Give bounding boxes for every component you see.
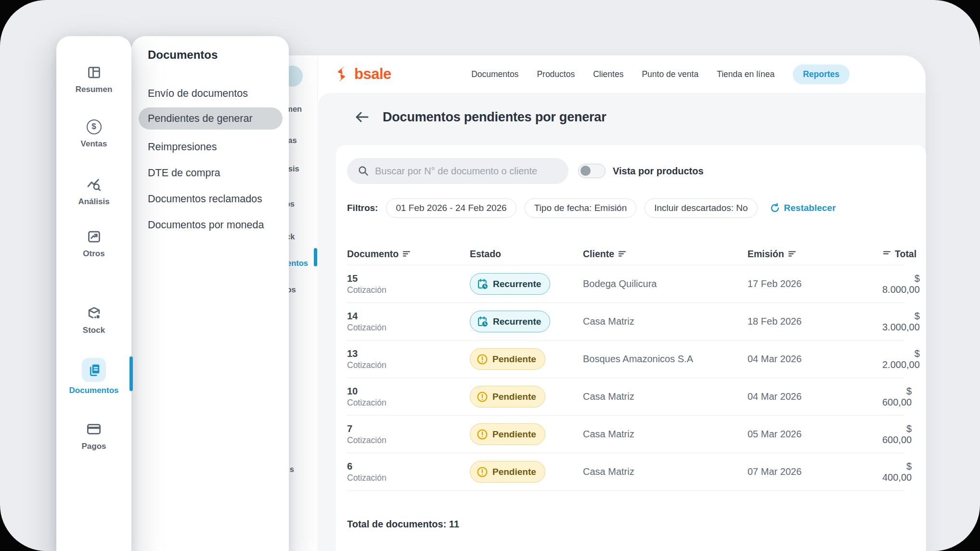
filters-row: Filtros: 01 Feb 2026 - 24 Feb 2026 Tipo … <box>336 184 926 218</box>
table-row[interactable]: 13Cotización Pendiente Bosques Amazonico… <box>347 340 904 378</box>
table-row[interactable]: 14Cotización Recurrente Casa Matriz 18 F… <box>347 302 904 340</box>
sidebar-item-stock[interactable]: Stock <box>56 304 131 335</box>
sidebar-item-pagos[interactable]: Pagos <box>56 420 131 451</box>
documentos-flyout-menu: Documentos Envío de documentos Pendiente… <box>131 36 289 551</box>
flyout-title: Documentos <box>148 48 218 62</box>
sidebar-item-label: Pagos <box>81 442 106 451</box>
page-title: Documentos pendientes por generar <box>383 110 606 125</box>
sidebar-item-ventas[interactable]: $ Ventas <box>56 118 131 149</box>
calendar-clock-icon <box>477 278 489 290</box>
bsale-logo-icon <box>333 65 350 83</box>
sort-icon <box>402 249 411 258</box>
sidebar-item-label: Ventas <box>81 139 107 149</box>
table-row[interactable]: 10Cotización Pendiente Casa Matriz 04 Ma… <box>347 378 904 415</box>
menu-item-pendientes-de-generar[interactable]: Pendientes de generar <box>148 112 253 125</box>
brand-wordmark: bsale <box>354 66 391 83</box>
bsale-logo[interactable]: bsale <box>333 65 391 83</box>
status-badge-recurrente: Recurrente <box>470 311 550 332</box>
sidebar-item-label: Documentos <box>69 386 119 395</box>
nav-links: Documentos Productos Clientes Punto de v… <box>471 65 850 84</box>
alert-circle-icon <box>477 391 488 403</box>
reset-filters-button[interactable]: Restablecer <box>770 203 836 213</box>
image-trend-icon <box>85 228 103 245</box>
nav-link-reportes-active[interactable]: Reportes <box>793 65 850 84</box>
sidebar-item-label: Otros <box>83 249 104 259</box>
search-row: Buscar por N° de documento o cliente Vis… <box>336 145 926 184</box>
status-badge-pendiente: Pendiente <box>470 386 545 407</box>
toggle-knob <box>580 166 591 176</box>
nav-link-tienda-en-linea[interactable]: Tienda en línea <box>717 69 774 79</box>
column-header-documento[interactable]: Documento <box>347 249 470 260</box>
status-badge-recurrente: Recurrente <box>470 273 550 295</box>
refresh-icon <box>770 203 780 213</box>
menu-item-dte-de-compra[interactable]: DTE de compra <box>148 167 220 179</box>
back-arrow-icon[interactable] <box>354 109 370 125</box>
column-header-emision[interactable]: Emisión <box>748 249 882 260</box>
menu-item-documentos-por-moneda[interactable]: Documentos por moneda <box>148 219 264 231</box>
sort-icon <box>882 249 891 258</box>
table-bottom-divider <box>347 490 904 491</box>
status-badge-pendiente: Pendiente <box>470 348 545 370</box>
page-title-row: Documentos pendientes por generar <box>318 93 926 125</box>
screen-background: Resumen Ventas Análisis Otros Stock Docu… <box>0 0 980 551</box>
vista-por-productos-toggle[interactable] <box>578 164 606 178</box>
documents-icon <box>82 358 106 382</box>
chart-search-icon <box>85 176 103 193</box>
sidebar-item-analisis[interactable]: Análisis <box>56 176 131 207</box>
menu-item-envio-de-documentos[interactable]: Envío de documentos <box>148 87 248 100</box>
reset-filters-label: Restablecer <box>784 203 836 213</box>
calendar-clock-icon <box>477 315 489 328</box>
status-badge-pendiente: Pendiente <box>470 423 545 445</box>
nav-link-productos[interactable]: Productos <box>537 69 575 79</box>
top-nav: bsale Documentos Productos Clientes Punt… <box>318 55 926 93</box>
active-indicator-bar <box>129 356 133 391</box>
table-header-row: Documento Estado Cliente Emi <box>347 243 904 265</box>
filter-date-range[interactable]: 01 Feb 2026 - 24 Feb 2026 <box>386 198 516 218</box>
marketing-canvas: Resumen Ventas Análisis Otros Stock Docu… <box>0 0 980 551</box>
search-input[interactable]: Buscar por N° de documento o cliente <box>347 158 568 184</box>
column-header-total[interactable]: Total <box>882 249 916 260</box>
search-placeholder: Buscar por N° de documento o cliente <box>375 166 537 177</box>
table-row[interactable]: 7Cotización Pendiente Casa Matriz 05 Mar… <box>347 415 904 453</box>
table-row[interactable]: 6Cotización Pendiente Casa Matriz 07 Mar… <box>347 453 904 490</box>
sort-icon <box>618 249 627 258</box>
sidebar-item-label: Análisis <box>78 197 109 207</box>
alert-circle-icon <box>477 429 488 440</box>
app-window: Resumen Ventas Análisis Otros Stock Docu… <box>250 55 926 551</box>
documents-table: Documento Estado Cliente Emi <box>336 243 926 491</box>
toggle-label: Vista por productos <box>613 166 704 177</box>
sidebar-item-otros[interactable]: Otros <box>56 228 131 259</box>
search-icon <box>358 165 369 177</box>
report-panel: Buscar por N° de documento o cliente Vis… <box>336 145 926 551</box>
column-header-cliente[interactable]: Cliente <box>583 249 748 260</box>
column-header-estado[interactable]: Estado <box>470 249 583 260</box>
alert-circle-icon <box>477 354 488 365</box>
menu-item-reimpresiones[interactable]: Reimpresiones <box>148 141 217 153</box>
nav-link-clientes[interactable]: Clientes <box>593 69 623 79</box>
sidebar-item-resumen[interactable]: Resumen <box>56 64 131 94</box>
package-icon <box>85 304 103 322</box>
sidebar-item-documentos-active[interactable]: Documentos <box>56 358 131 395</box>
table-row[interactable]: 15Cotización Recurrente Bodega Quilicura… <box>347 265 904 302</box>
alert-circle-icon <box>477 466 488 478</box>
filter-date-type[interactable]: Tipo de fecha: Emisión <box>525 198 637 218</box>
dollar-circle-icon: $ <box>85 118 103 135</box>
columns-icon <box>85 64 103 81</box>
menu-item-documentos-reclamados[interactable]: Documentos reclamados <box>148 193 262 205</box>
main-sidebar: Resumen $ Ventas Análisis Otros <box>56 36 131 551</box>
content-area: Documentos pendientes por generar Buscar… <box>318 93 926 551</box>
sort-icon <box>787 249 797 258</box>
credit-card-icon <box>85 420 103 438</box>
sidebar-item-label: Stock <box>83 326 105 335</box>
filter-include-discarded[interactable]: Incluir descartados: No <box>645 198 757 218</box>
sidebar-item-label: Resumen <box>76 85 113 94</box>
status-badge-pendiente: Pendiente <box>470 461 545 483</box>
nav-link-documentos[interactable]: Documentos <box>471 69 518 79</box>
active-indicator-bar <box>314 248 317 266</box>
nav-link-punto-de-venta[interactable]: Punto de venta <box>642 69 698 79</box>
total-documents-text: Total de documentos: 11 <box>347 519 926 530</box>
filters-label: Filtros: <box>347 203 378 213</box>
